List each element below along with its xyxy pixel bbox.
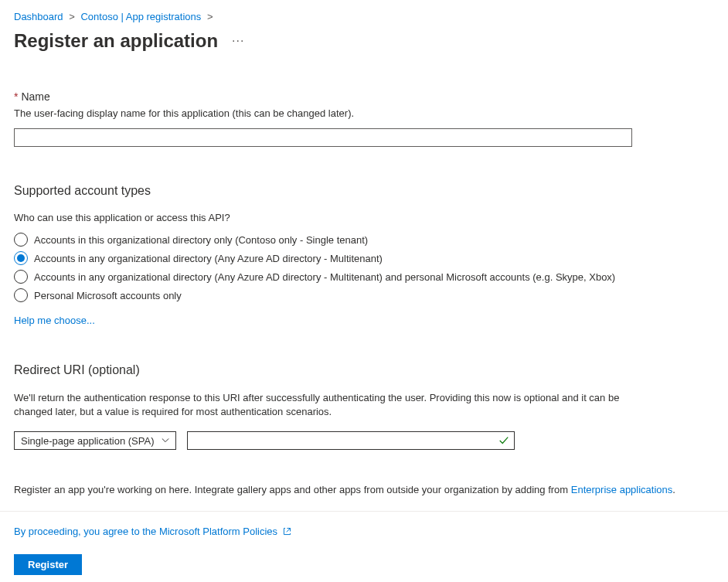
redirect-row: Single-page application (SPA) <box>14 431 714 450</box>
redirect-heading: Redirect URI (optional) <box>14 363 714 377</box>
account-type-option-multitenant[interactable]: Accounts in any organizational directory… <box>14 251 714 265</box>
external-link-icon <box>282 526 292 536</box>
footer-note-suffix: . <box>672 484 675 495</box>
breadcrumb-sep: > <box>207 11 213 22</box>
register-button[interactable]: Register <box>14 554 82 575</box>
platform-select-value: Single-page application (SPA) <box>21 435 154 447</box>
more-icon[interactable]: ··· <box>232 34 244 48</box>
footer-note: Register an app you're working on here. … <box>14 484 709 495</box>
breadcrumb-dashboard[interactable]: Dashboard <box>14 11 63 22</box>
divider <box>0 511 728 512</box>
name-input[interactable] <box>14 128 632 147</box>
name-help-text: The user-facing display name for this ap… <box>14 107 714 119</box>
policy-row: By proceeding, you agree to the Microsof… <box>14 526 714 537</box>
account-types-radio-group: Accounts in this organizational director… <box>14 233 714 302</box>
breadcrumb-contoso-app-registrations[interactable]: Contoso | App registrations <box>80 11 201 22</box>
footer-note-prefix: Register an app you're working on here. … <box>14 484 571 495</box>
redirect-uri-input[interactable] <box>192 432 498 449</box>
radio-label: Accounts in this organizational director… <box>34 234 368 246</box>
help-me-choose-link[interactable]: Help me choose... <box>14 315 95 326</box>
page-title: Register an application <box>14 30 218 52</box>
platform-policies-link[interactable]: By proceeding, you agree to the Microsof… <box>14 526 277 537</box>
redirect-uri-input-wrap <box>187 431 515 450</box>
account-types-prompt: Who can use this application or access t… <box>14 212 714 223</box>
radio-icon <box>14 270 28 284</box>
chevron-down-icon <box>162 437 169 444</box>
radio-icon <box>14 288 28 302</box>
radio-icon <box>14 251 28 265</box>
redirect-description: We'll return the authentication response… <box>14 391 632 419</box>
name-label: *Name <box>14 90 714 103</box>
title-row: Register an application ··· <box>14 30 714 52</box>
radio-label: Accounts in any organizational directory… <box>34 253 383 264</box>
breadcrumb-sep: > <box>69 11 75 22</box>
name-label-text: Name <box>21 90 49 103</box>
account-type-option-multitenant-personal[interactable]: Accounts in any organizational directory… <box>14 270 714 284</box>
account-type-option-personal-only[interactable]: Personal Microsoft accounts only <box>14 288 714 302</box>
account-types-heading: Supported account types <box>14 184 714 198</box>
breadcrumb: Dashboard > Contoso | App registrations … <box>14 11 714 22</box>
radio-label: Personal Microsoft accounts only <box>34 290 182 301</box>
radio-icon <box>14 233 28 247</box>
redirect-section: Redirect URI (optional) We'll return the… <box>14 363 714 450</box>
account-type-option-single-tenant[interactable]: Accounts in this organizational director… <box>14 233 714 247</box>
platform-select[interactable]: Single-page application (SPA) <box>14 431 176 450</box>
enterprise-applications-link[interactable]: Enterprise applications <box>571 484 673 495</box>
required-star: * <box>14 90 18 103</box>
radio-label: Accounts in any organizational directory… <box>34 271 615 283</box>
check-icon <box>498 435 509 446</box>
